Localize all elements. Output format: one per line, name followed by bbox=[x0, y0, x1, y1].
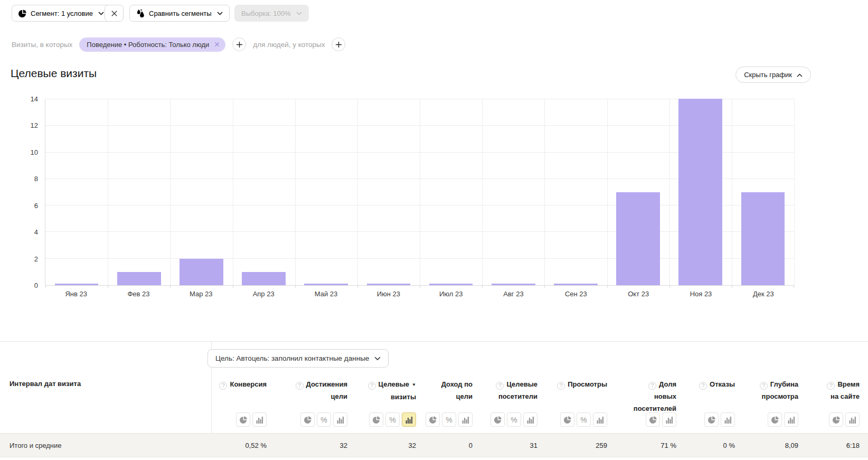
metrica-report-page: Сегмент: 1 условие Сравнить сегменты Выб… bbox=[0, 0, 868, 460]
help-icon[interactable]: ? bbox=[219, 382, 227, 390]
header-text[interactable]: посетителей bbox=[634, 405, 676, 412]
header-text[interactable]: Целевые bbox=[379, 380, 410, 388]
pie-toggle-button[interactable] bbox=[829, 412, 843, 427]
header-text[interactable]: Конверсия bbox=[230, 380, 267, 388]
column-header: ?Отказы bbox=[676, 378, 735, 415]
header-text[interactable]: Целевые bbox=[506, 380, 537, 388]
pie-toggle-button[interactable] bbox=[646, 412, 660, 427]
chart-bar[interactable] bbox=[741, 192, 785, 286]
help-icon[interactable]: ? bbox=[648, 382, 656, 390]
chart-bar[interactable] bbox=[554, 284, 598, 285]
x-axis-label: Фев 23 bbox=[107, 290, 169, 298]
header-text[interactable]: посетители bbox=[498, 392, 537, 400]
y-axis: 02468101214 bbox=[0, 99, 38, 286]
toggle-group bbox=[676, 412, 735, 427]
header-text[interactable]: Достижения bbox=[306, 380, 347, 388]
gridline-v bbox=[669, 99, 670, 285]
header-text[interactable]: Отказы bbox=[710, 380, 735, 388]
header-text[interactable]: Время bbox=[837, 380, 860, 388]
help-icon[interactable]: ? bbox=[760, 382, 768, 390]
bars-toggle-button[interactable] bbox=[662, 412, 676, 427]
chevron-down-icon bbox=[296, 12, 302, 15]
total-value: 71 % bbox=[607, 434, 676, 457]
bars-toggle-button[interactable] bbox=[458, 412, 473, 427]
help-icon[interactable]: ? bbox=[827, 382, 835, 390]
pie-toggle-button[interactable] bbox=[560, 412, 574, 427]
total-value: 32 bbox=[267, 434, 347, 457]
chart-bar[interactable] bbox=[678, 99, 722, 285]
chart-bar[interactable] bbox=[304, 284, 348, 285]
help-icon[interactable]: ? bbox=[296, 382, 304, 390]
total-value: 32 bbox=[347, 434, 416, 457]
visits-condition-label: Визиты, в которых bbox=[12, 41, 72, 49]
chart-bar[interactable] bbox=[616, 192, 660, 286]
bars-toggle-button[interactable] bbox=[333, 412, 347, 427]
header-text[interactable]: новых bbox=[654, 392, 676, 400]
pie-toggle-button[interactable] bbox=[369, 412, 383, 427]
help-icon[interactable]: ? bbox=[557, 382, 565, 390]
y-axis-tick-label: 8 bbox=[0, 175, 38, 183]
chevron-down-icon bbox=[217, 12, 223, 15]
chart-bar[interactable] bbox=[429, 284, 473, 285]
remove-condition-icon[interactable] bbox=[214, 42, 220, 47]
compare-segments-button[interactable]: Сравнить сегменты bbox=[129, 5, 230, 22]
add-people-condition-button[interactable] bbox=[332, 37, 345, 51]
pie-toggle-button[interactable] bbox=[490, 412, 505, 427]
bars-toggle-button[interactable] bbox=[523, 412, 537, 427]
percent-toggle-button[interactable]: % bbox=[442, 412, 456, 427]
header-text[interactable]: цели bbox=[456, 392, 473, 400]
header-text[interactable]: Доход по bbox=[441, 380, 473, 388]
percent-toggle-button[interactable]: % bbox=[385, 412, 400, 427]
toggle-group: % bbox=[537, 412, 607, 427]
pie-toggle-button[interactable] bbox=[236, 412, 250, 427]
chart-bar[interactable] bbox=[55, 284, 99, 285]
chart-bar[interactable] bbox=[180, 259, 223, 285]
toggle-group: % bbox=[347, 412, 416, 427]
segment-clear-button[interactable] bbox=[105, 5, 124, 22]
help-icon[interactable]: ? bbox=[699, 382, 707, 390]
chart-bar[interactable] bbox=[367, 284, 411, 285]
bars-toggle-button[interactable] bbox=[784, 412, 798, 427]
chart-bar[interactable] bbox=[492, 284, 535, 285]
column-header: ?Доляновыхпосетителей bbox=[607, 378, 676, 415]
total-value: 6:18 bbox=[798, 434, 860, 457]
percent-toggle-button[interactable]: % bbox=[507, 412, 521, 427]
hide-chart-button[interactable]: Скрыть график bbox=[735, 67, 811, 83]
segment-condition-chip[interactable]: Поведение • Роботность: Только люди bbox=[79, 37, 225, 52]
x-axis-label: Апр 23 bbox=[232, 290, 295, 298]
help-icon[interactable]: ? bbox=[496, 382, 504, 390]
add-visit-condition-button[interactable] bbox=[232, 37, 246, 51]
header-text[interactable]: Глубина bbox=[770, 380, 798, 388]
help-icon[interactable]: ? bbox=[368, 382, 376, 390]
bars-toggle-button[interactable] bbox=[845, 412, 860, 427]
percent-toggle-button[interactable]: % bbox=[317, 412, 331, 427]
hide-chart-label: Скрыть график bbox=[744, 71, 792, 79]
header-text[interactable]: визиты bbox=[391, 393, 416, 401]
goal-selector[interactable]: Цель: Автоцель: заполнил контактные данн… bbox=[207, 349, 389, 368]
header-text[interactable]: Просмотры bbox=[568, 380, 607, 388]
chart-bar[interactable] bbox=[117, 272, 161, 285]
pie-toggle-button[interactable] bbox=[300, 412, 315, 427]
x-axis-tick bbox=[170, 285, 171, 288]
bars-toggle-button[interactable] bbox=[252, 412, 267, 427]
bars-toggle-button[interactable] bbox=[721, 412, 735, 427]
x-axis-tick bbox=[607, 285, 608, 288]
header-line: ?Глубина bbox=[735, 378, 798, 390]
table-top-divider bbox=[0, 341, 868, 342]
percent-toggle-button[interactable]: % bbox=[577, 412, 591, 427]
toggle-group: % bbox=[473, 412, 537, 427]
bars-toggle-button[interactable] bbox=[402, 412, 416, 427]
gridline-v bbox=[357, 99, 358, 285]
chart-bar[interactable] bbox=[242, 272, 286, 285]
header-text[interactable]: цели bbox=[331, 392, 347, 400]
pie-toggle-button[interactable] bbox=[768, 412, 782, 427]
pie-toggle-button[interactable] bbox=[704, 412, 719, 427]
segment-button[interactable]: Сегмент: 1 условие bbox=[12, 5, 111, 22]
header-text[interactable]: на сайте bbox=[831, 392, 860, 400]
y-axis-tick-label: 14 bbox=[0, 95, 38, 103]
header-text[interactable]: просмотра bbox=[762, 392, 798, 400]
sampling-button[interactable]: Выборка: 100% bbox=[234, 5, 309, 22]
pie-toggle-button[interactable] bbox=[426, 412, 440, 427]
header-text[interactable]: Доля bbox=[659, 380, 676, 388]
bars-toggle-button[interactable] bbox=[593, 412, 607, 427]
